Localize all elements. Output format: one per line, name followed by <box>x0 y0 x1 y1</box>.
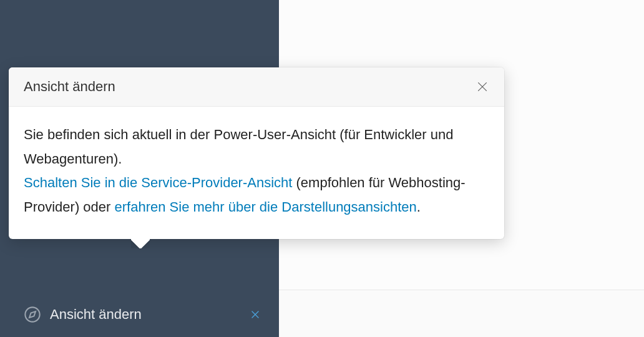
popover-body: Sie befinden sich aktuell in der Power-U… <box>9 107 504 239</box>
change-view-link[interactable]: Ansicht ändern <box>50 306 249 323</box>
popover-text-intro: Sie befinden sich aktuell in der Power-U… <box>24 127 453 167</box>
popover-arrow <box>131 238 150 248</box>
sidebar-change-view-row: Ansicht ändern <box>0 292 279 337</box>
change-view-popover: Ansicht ändern Sie befinden sich aktuell… <box>9 67 504 239</box>
compass-icon <box>24 306 41 323</box>
popover-text-end: . <box>417 199 421 215</box>
learn-more-views-link[interactable]: erfahren Sie mehr über die Darstellungsa… <box>115 199 417 215</box>
popover-close-button[interactable] <box>476 80 489 94</box>
svg-marker-1 <box>29 311 36 318</box>
svg-point-0 <box>25 307 39 321</box>
switch-to-service-provider-link[interactable]: Schalten Sie in die Service-Provider-Ans… <box>24 175 292 190</box>
popover-title: Ansicht ändern <box>24 79 115 95</box>
sidebar-dismiss-button[interactable] <box>249 308 261 321</box>
popover-header: Ansicht ändern <box>9 67 504 107</box>
